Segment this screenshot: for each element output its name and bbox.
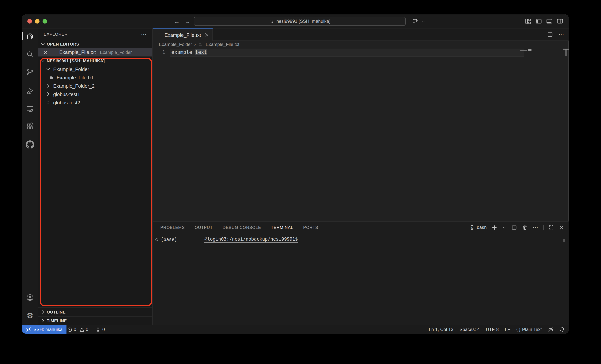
selected-text: text: [195, 49, 207, 55]
zoom-window-button[interactable]: [42, 19, 47, 24]
close-tab-icon[interactable]: [204, 32, 209, 38]
navigate-forward-icon[interactable]: →: [185, 18, 190, 24]
chevron-right-icon: [40, 309, 46, 315]
terminal-view[interactable]: (base) @login03:/nesi/nobackup/nesi99991…: [153, 233, 569, 325]
notifications-bell-icon[interactable]: [560, 327, 565, 332]
terminal-scrollbar-thumb[interactable]: [563, 239, 565, 242]
customize-layout-icon[interactable]: [525, 18, 531, 25]
account-icon: [26, 293, 34, 302]
screen: ← → nesi99991 [SSH: mahuika]: [0, 0, 601, 364]
breadcrumb-separator-icon: ›: [194, 42, 196, 47]
account-icon[interactable]: [25, 293, 35, 302]
files-icon: [26, 32, 34, 40]
radio-tower-icon: [96, 327, 101, 332]
copilot-chat-button[interactable]: [412, 14, 425, 28]
remote-indicator-icon: [26, 327, 31, 332]
tree-item-folder[interactable]: globus-test2: [38, 98, 152, 107]
ports-status[interactable]: 0: [96, 327, 105, 332]
explorer-actions-icon[interactable]: ⋯: [141, 32, 147, 36]
open-editor-folder-label: Example_Folder: [100, 50, 132, 55]
extensions-view-icon[interactable]: [25, 122, 35, 131]
line-number: 1: [153, 49, 165, 56]
kill-terminal-trash-icon[interactable]: [522, 224, 528, 230]
search-view-icon[interactable]: [25, 50, 35, 59]
open-editor-item[interactable]: Example_File.txt Example_Folder: [38, 48, 152, 57]
panel-tab-debug-console[interactable]: DEBUG CONSOLE: [223, 222, 261, 233]
cursor-position-status[interactable]: Ln 1, Col 13: [429, 327, 453, 332]
magnifier-icon: [269, 19, 274, 24]
file-icon: [198, 42, 203, 47]
settings-gear-icon[interactable]: ⚙: [25, 311, 35, 320]
navigate-back-icon[interactable]: ←: [174, 18, 180, 24]
tree-item-folder[interactable]: Example_Folder: [38, 65, 152, 73]
panel-tab-ports[interactable]: PORTS: [303, 222, 318, 233]
timeline-section-header[interactable]: TIMELINE: [38, 316, 152, 325]
toggle-panel-icon[interactable]: [546, 18, 553, 25]
remote-explorer-view-icon[interactable]: [25, 104, 35, 114]
macos-window-controls: [27, 19, 47, 24]
chevron-right-icon: [45, 91, 51, 97]
workspace-section-header[interactable]: NESI99991 [SSH: MAHUIKA]: [38, 57, 152, 65]
github-view-icon[interactable]: [25, 140, 35, 149]
file-icon: [51, 49, 57, 55]
minimap[interactable]: [520, 49, 531, 51]
tree-item-file[interactable]: Example_File.txt: [38, 73, 152, 82]
remote-status-badge[interactable]: SSH: mahuika: [22, 325, 66, 334]
editor-scrollbar-thumb[interactable]: [565, 48, 567, 56]
source-control-view-icon[interactable]: [25, 67, 35, 77]
terminal-env-circle-icon: [155, 238, 158, 241]
tree-item-folder[interactable]: Example_Folder_2: [38, 82, 152, 90]
tree-item-folder[interactable]: globus-test1: [38, 90, 152, 98]
split-terminal-icon[interactable]: [511, 224, 517, 230]
copilot-chat-icon: [412, 18, 419, 25]
title-bar: ← → nesi99991 [SSH: mahuika]: [22, 14, 569, 29]
search-icon: [26, 50, 34, 58]
minimize-window-button[interactable]: [35, 19, 40, 24]
run-debug-view-icon[interactable]: [25, 86, 35, 96]
editor-tab-bar: Example_File.txt ⋯: [153, 29, 569, 41]
extensions-icon: [26, 122, 34, 131]
open-editors-header[interactable]: OPEN EDITORS: [38, 40, 152, 48]
panel-tab-output[interactable]: OUTPUT: [195, 222, 213, 233]
toggle-secondary-sidebar-icon[interactable]: [557, 18, 563, 25]
eol-status[interactable]: LF: [505, 327, 510, 332]
command-center-title: nesi99991 [SSH: mahuika]: [276, 19, 330, 24]
breadcrumb-file[interactable]: Example_File.txt: [206, 42, 239, 47]
indentation-status[interactable]: Spaces: 4: [460, 327, 480, 332]
outline-section-header[interactable]: OUTLINE: [38, 307, 152, 316]
split-editor-icon[interactable]: [547, 31, 553, 38]
tab-example-file[interactable]: Example_File.txt: [153, 29, 213, 41]
status-bar: SSH: mahuika 0 0: [22, 325, 569, 334]
file-icon: [49, 75, 55, 80]
shell-label: bash: [477, 225, 487, 230]
explorer-sidebar: EXPLORER ⋯ OPEN EDITORS Example_File.txt…: [38, 29, 153, 325]
panel-more-actions-icon[interactable]: ⋯: [533, 225, 538, 229]
close-window-button[interactable]: [27, 19, 32, 24]
new-terminal-icon[interactable]: [491, 224, 497, 230]
breadcrumb-folder[interactable]: Example_Folder: [159, 42, 192, 47]
open-editor-file-label: Example_File.txt: [59, 49, 96, 55]
panel-tab-terminal[interactable]: TERMINAL: [271, 222, 293, 233]
encoding-status[interactable]: UTF-8: [486, 327, 499, 332]
bash-icon: $: [469, 224, 475, 230]
panel-tab-problems[interactable]: PROBLEMS: [160, 222, 185, 233]
editor-content[interactable]: 1 example text: [153, 48, 569, 221]
problems-status[interactable]: 0 0: [67, 327, 88, 332]
github-icon: [26, 140, 34, 149]
divider: [543, 225, 544, 230]
chevron-down-icon[interactable]: [502, 225, 506, 230]
close-panel-icon[interactable]: [559, 225, 564, 230]
close-icon[interactable]: [43, 49, 48, 55]
terminal-shell-selector[interactable]: $ bash: [469, 224, 487, 230]
debug-play-bug-icon: [26, 87, 34, 95]
toggle-primary-sidebar-icon[interactable]: [535, 18, 542, 25]
language-mode-status[interactable]: { } Plain Text: [516, 327, 542, 332]
chevron-down-icon: [40, 41, 46, 47]
editor-actions-icon[interactable]: ⋯: [559, 33, 564, 37]
maximize-panel-icon[interactable]: [549, 225, 554, 230]
copilot-disabled-icon[interactable]: [548, 327, 553, 332]
command-center-search[interactable]: nesi99991 [SSH: mahuika]: [194, 17, 406, 26]
bottom-panel: PROBLEMS OUTPUT DEBUG CONSOLE TERMINAL P…: [153, 221, 569, 325]
terminal-prompt: @login03:/nesi/nobackup/nesi99991$: [205, 237, 298, 242]
explorer-view-icon[interactable]: [25, 31, 35, 41]
